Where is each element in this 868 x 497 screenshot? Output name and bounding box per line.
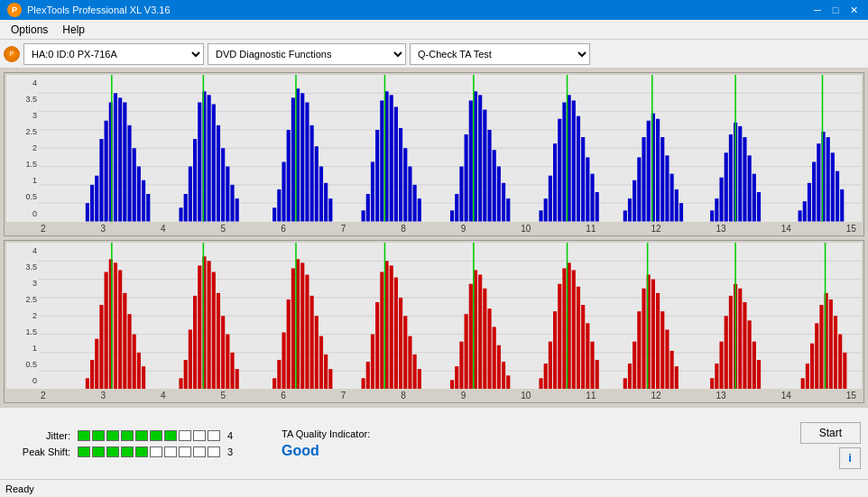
svg-rect-160: [226, 334, 229, 389]
svg-rect-218: [596, 360, 599, 390]
svg-rect-229: [665, 329, 669, 389]
svg-rect-22: [179, 207, 182, 221]
svg-rect-71: [483, 110, 486, 222]
svg-rect-189: [413, 354, 417, 389]
jitter-value: 4: [227, 430, 245, 441]
svg-rect-153: [193, 295, 197, 389]
svg-rect-68: [469, 100, 473, 221]
svg-rect-186: [399, 297, 402, 389]
svg-rect-187: [403, 316, 407, 389]
close-button[interactable]: ✕: [846, 4, 861, 16]
svg-rect-182: [380, 272, 383, 389]
metrics-section: Jitter: 4 Peak Shift:: [7, 430, 245, 457]
svg-rect-249: [819, 305, 823, 389]
svg-rect-51: [366, 194, 370, 221]
svg-rect-83: [562, 102, 566, 221]
minimize-button[interactable]: ─: [810, 4, 825, 16]
peak-seg-8: [179, 446, 191, 457]
peak-seg-10: [208, 446, 220, 457]
svg-rect-76: [506, 198, 510, 221]
svg-rect-93: [628, 198, 632, 221]
svg-rect-195: [465, 314, 468, 389]
svg-rect-240: [743, 302, 746, 389]
svg-rect-110: [729, 134, 733, 221]
svg-rect-204: [506, 375, 510, 389]
start-button[interactable]: Start: [800, 422, 861, 444]
svg-rect-88: [586, 157, 589, 221]
svg-rect-148: [142, 366, 145, 389]
svg-rect-24: [189, 167, 192, 222]
device-icon: P: [4, 46, 20, 62]
svg-rect-86: [577, 116, 580, 222]
jitter-seg-9: [193, 430, 206, 441]
toolbar: P HA:0 ID:0 PX-716A DVD Diagnostic Funct…: [0, 40, 868, 69]
menu-options[interactable]: Options: [4, 22, 55, 38]
svg-rect-230: [670, 350, 674, 389]
jitter-seg-3: [106, 430, 119, 441]
test-select[interactable]: Q-Check TA Test: [410, 43, 590, 65]
svg-rect-224: [642, 288, 645, 389]
peak-seg-6: [150, 446, 162, 457]
svg-rect-154: [198, 265, 201, 389]
svg-rect-44: [310, 125, 314, 222]
svg-rect-158: [217, 292, 220, 389]
svg-rect-196: [469, 283, 473, 389]
svg-rect-104: [679, 203, 683, 221]
ta-section: TA Quality Indicator: Good: [282, 428, 370, 459]
svg-rect-58: [399, 128, 402, 222]
svg-rect-107: [715, 198, 718, 221]
svg-rect-79: [544, 198, 548, 221]
svg-rect-150: [179, 378, 182, 389]
menu-help[interactable]: Help: [55, 22, 92, 38]
svg-rect-112: [738, 126, 742, 222]
svg-rect-198: [478, 274, 482, 389]
svg-rect-235: [719, 341, 723, 389]
peak-seg-5: [135, 446, 148, 457]
svg-rect-211: [562, 268, 566, 389]
svg-rect-222: [633, 341, 636, 389]
svg-rect-127: [840, 189, 844, 222]
svg-rect-19: [142, 180, 145, 222]
svg-rect-73: [493, 150, 496, 221]
svg-rect-145: [127, 314, 131, 389]
jitter-row: Jitter: 4: [7, 430, 245, 441]
svg-rect-215: [581, 305, 585, 389]
statusbar: Ready: [0, 479, 868, 497]
svg-rect-233: [710, 378, 714, 389]
svg-rect-190: [418, 369, 421, 389]
svg-rect-56: [390, 95, 393, 221]
peak-shift-row: Peak Shift: 3: [7, 446, 245, 457]
svg-rect-209: [553, 311, 557, 389]
svg-rect-119: [803, 201, 807, 221]
svg-rect-13: [114, 93, 117, 221]
svg-rect-59: [403, 148, 407, 221]
svg-rect-239: [738, 288, 742, 389]
svg-rect-226: [651, 279, 655, 389]
svg-rect-101: [665, 155, 669, 221]
peak-shift-label: Peak Shift:: [7, 446, 70, 457]
svg-rect-48: [328, 198, 332, 221]
jitter-seg-10: [208, 430, 220, 441]
svg-rect-245: [801, 378, 805, 389]
bottom-panel: Jitter: 4 Peak Shift:: [0, 407, 868, 479]
maximize-button[interactable]: □: [828, 4, 843, 16]
svg-rect-96: [642, 137, 645, 221]
svg-rect-157: [212, 272, 216, 389]
svg-rect-30: [217, 125, 220, 222]
titlebar-left: P PlexTools Professional XL V3.16: [7, 3, 171, 17]
device-select[interactable]: HA:0 ID:0 PX-716A: [23, 43, 204, 65]
svg-rect-92: [623, 210, 627, 221]
svg-rect-166: [282, 332, 285, 389]
svg-rect-78: [539, 210, 542, 221]
svg-rect-26: [198, 102, 201, 221]
function-select[interactable]: DVD Diagnostic Functions: [208, 43, 406, 65]
svg-rect-124: [826, 137, 830, 221]
bottom-chart-svg: [39, 243, 862, 390]
svg-rect-11: [105, 121, 108, 222]
top-x-axis: 2 3 4 5 6 7 8 9 10 11 12 13 14 15: [5, 224, 863, 235]
svg-rect-42: [300, 93, 304, 221]
svg-rect-208: [549, 341, 552, 389]
info-button[interactable]: i: [839, 447, 861, 469]
svg-rect-40: [291, 97, 295, 221]
svg-rect-248: [815, 323, 818, 389]
